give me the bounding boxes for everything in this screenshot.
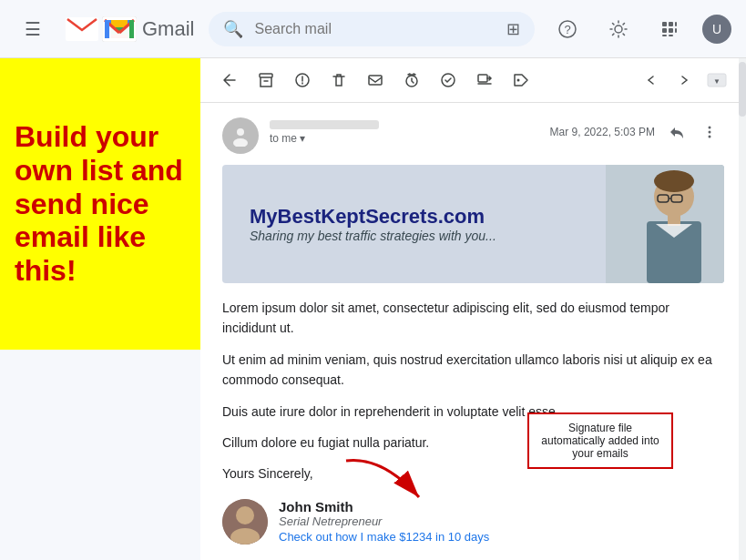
sig-link[interactable]: Check out how I make $1234 in 10 days (279, 530, 489, 544)
email-to: to me ▾ (270, 132, 539, 145)
snooze-button[interactable] (397, 66, 426, 95)
mark-read-button[interactable] (361, 66, 390, 95)
banner-image (606, 165, 724, 283)
move-to-button[interactable] (470, 66, 499, 95)
delete-button[interactable] (324, 66, 353, 95)
sig-title: Serial Netrepreneur (279, 514, 489, 528)
svg-point-34 (709, 127, 711, 129)
search-input[interactable] (254, 21, 496, 37)
help-icon[interactable]: ? (549, 11, 586, 47)
apps-icon[interactable] (651, 11, 688, 47)
gmail-logo-svg (102, 16, 137, 42)
banner-person-svg (606, 165, 724, 283)
search-bar: 🔍 ⊞ (209, 12, 535, 46)
banner-subtitle: Sharing my best traffic strategies with … (250, 229, 578, 243)
gmail-logo: Gmail (66, 16, 194, 42)
hamburger-menu-icon[interactable]: ☰ (15, 11, 51, 47)
svg-point-33 (233, 138, 248, 147)
sender-avatar (222, 117, 259, 154)
add-to-tasks-button[interactable] (434, 66, 463, 95)
svg-point-35 (709, 131, 711, 134)
svg-rect-17 (675, 22, 677, 26)
svg-point-39 (654, 170, 694, 192)
sender-name (270, 117, 539, 132)
svg-rect-25 (369, 76, 382, 85)
search-filter-icon[interactable]: ⊞ (506, 19, 520, 39)
svg-point-36 (709, 136, 711, 138)
svg-rect-12 (129, 20, 134, 38)
gmail-m-icon (66, 17, 98, 41)
svg-rect-19 (669, 28, 673, 33)
reply-icon[interactable] (662, 117, 691, 147)
view-options-button[interactable]: ▼ (702, 66, 731, 95)
archive-button[interactable] (251, 66, 281, 95)
svg-rect-21 (662, 35, 667, 36)
email-toolbar: ▼ (200, 58, 746, 103)
svg-point-29 (517, 79, 520, 82)
settings-icon[interactable] (600, 11, 637, 47)
yellow-overlay: Build your own list and send nice email … (0, 58, 200, 350)
annotation-arrow (337, 452, 446, 510)
svg-rect-15 (662, 22, 667, 26)
banner-text-area: MyBestKeptSecrets.com Sharing my best tr… (222, 187, 606, 261)
scrollbar-thumb[interactable] (739, 62, 746, 117)
email-header: to me ▾ Mar 9, 2022, 5:03 PM (222, 117, 724, 154)
report-spam-button[interactable] (288, 66, 317, 95)
sig-avatar (222, 499, 268, 545)
svg-rect-23 (260, 74, 272, 77)
svg-point-46 (236, 506, 254, 524)
topbar-icons: ? U (549, 11, 731, 47)
svg-text:?: ? (564, 23, 570, 36)
body-para-1: Lorem ipsum dolor sit amet, consectetur … (222, 298, 724, 339)
svg-rect-28 (478, 75, 487, 82)
body-para-2: Ut enim ad minim veniam, quis nostrud ex… (222, 350, 724, 391)
banner-title: MyBestKeptSecrets.com (250, 205, 578, 229)
search-icon: 🔍 (223, 19, 243, 39)
gmail-text: Gmail (142, 17, 194, 41)
prev-email-button[interactable] (637, 66, 666, 95)
avatar[interactable]: U (702, 15, 731, 44)
svg-rect-11 (105, 20, 109, 38)
signature-annotation-box: Signature file automatically added into … (527, 412, 673, 469)
pagination-nav: ▼ (637, 66, 731, 95)
label-button[interactable] (506, 66, 536, 95)
svg-text:▼: ▼ (713, 77, 720, 86)
svg-rect-22 (669, 35, 673, 36)
scrollbar[interactable] (739, 58, 746, 560)
email-actions (662, 117, 724, 147)
svg-point-32 (237, 128, 244, 136)
yellow-overlay-text: Build your own list and send nice email … (15, 120, 186, 288)
topbar: ☰ (0, 0, 746, 58)
svg-rect-16 (669, 22, 673, 26)
content-area: ▼ to me ▾ Mar 9, 2 (200, 58, 746, 560)
email-banner: MyBestKeptSecrets.com Sharing my best tr… (222, 165, 724, 283)
more-options-icon[interactable] (695, 117, 724, 147)
email-meta: to me ▾ (270, 117, 539, 145)
svg-rect-18 (662, 28, 667, 33)
email-view: to me ▾ Mar 9, 2022, 5:03 PM (200, 103, 746, 560)
back-button[interactable] (215, 66, 244, 95)
email-date: Mar 9, 2022, 5:03 PM (550, 117, 724, 147)
svg-rect-20 (675, 28, 677, 33)
next-email-button[interactable] (669, 66, 699, 95)
signature-area: John Smith Serial Netrepreneur Check out… (222, 499, 724, 545)
